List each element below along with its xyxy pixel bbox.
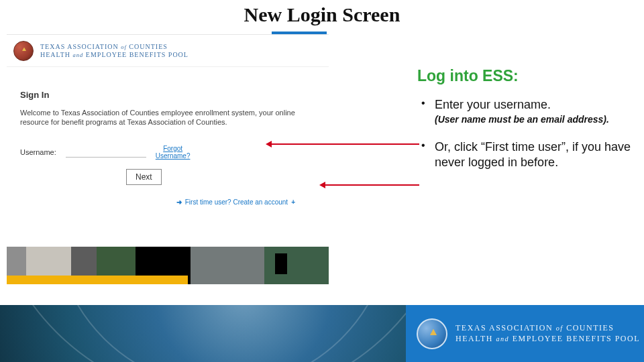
footer-brand-of: of xyxy=(556,324,564,332)
instruction-item-2: Or, click “First time user”, if you have… xyxy=(417,139,632,170)
annotation-arrow-firsttime xyxy=(322,184,419,186)
brand-line1b: COUNTIES xyxy=(127,43,168,50)
instructions-heading: Log into ESS: xyxy=(417,67,632,85)
annotation-arrow-username xyxy=(268,143,419,145)
forgot-username-link[interactable]: Forgot Username? xyxy=(156,145,191,160)
brand-line2a: HEALTH xyxy=(40,51,73,58)
plus-icon: + xyxy=(291,198,295,206)
username-input[interactable] xyxy=(66,146,146,158)
username-label: Username: xyxy=(20,148,56,156)
instructions-panel: Log into ESS: Enter your username. (User… xyxy=(417,67,632,184)
screenshot-bg-image xyxy=(7,247,329,284)
footer-bg-image xyxy=(0,305,406,362)
footer-brand-line2b: EMPLOYEE BENEFITS POOL xyxy=(509,334,640,343)
brand-text: TEXAS ASSOCIATION of COUNTIES HEALTH and… xyxy=(40,43,189,58)
footer-brand-text: TEXAS ASSOCIATION of COUNTIES HEALTH and… xyxy=(455,323,640,344)
welcome-text: Welcome to Texas Association of Counties… xyxy=(20,108,309,127)
first-time-link[interactable]: First time user? Create an account xyxy=(185,198,288,206)
brand-and: and xyxy=(73,52,84,58)
tac-seal-icon xyxy=(13,41,34,61)
instruction-1-note: (User name must be an email address). xyxy=(435,114,632,125)
first-time-row[interactable]: ➜ First time user? Create an account + xyxy=(20,198,315,206)
login-arrow-icon: ➜ xyxy=(176,198,182,206)
footer-seal-icon xyxy=(417,318,447,349)
instruction-1-text: Enter your username. xyxy=(435,97,632,113)
footer-brand-line1a: TEXAS ASSOCIATION xyxy=(455,323,556,333)
footer-brand-panel: TEXAS ASSOCIATION of COUNTIES HEALTH and… xyxy=(406,305,644,362)
footer: TEXAS ASSOCIATION of COUNTIES HEALTH and… xyxy=(0,305,644,362)
brand-line1a: TEXAS ASSOCIATION xyxy=(40,43,121,50)
slide: New Login Screen TEXAS ASSOCIATION of CO… xyxy=(0,0,644,362)
footer-brand-line2a: HEALTH xyxy=(455,334,496,343)
instructions-list: Enter your username. (User name must be … xyxy=(417,97,632,170)
forgot-line2: Username? xyxy=(156,152,191,160)
next-row: Next xyxy=(20,169,315,185)
bg-yellow-bar xyxy=(7,276,188,284)
signin-heading: Sign In xyxy=(20,90,315,100)
instruction-item-1: Enter your username. (User name must be … xyxy=(417,97,632,125)
next-button[interactable]: Next xyxy=(126,169,162,185)
footer-brand-and: and xyxy=(496,335,509,343)
brand-of: of xyxy=(121,44,127,50)
instruction-2-text: Or, click “First time user”, if you have… xyxy=(435,139,632,170)
brand-line2b: EMPLOYEE BENEFITS POOL xyxy=(83,51,189,58)
footer-brand-line1b: COUNTIES xyxy=(564,323,614,333)
bg-dark-block xyxy=(275,253,287,274)
page-title: New Login Screen xyxy=(0,3,644,26)
forgot-line1: Forgot xyxy=(156,145,191,152)
screenshot-body: Sign In Welcome to Texas Association of … xyxy=(7,67,329,206)
screenshot-header: TEXAS ASSOCIATION of COUNTIES HEALTH and… xyxy=(7,35,329,67)
